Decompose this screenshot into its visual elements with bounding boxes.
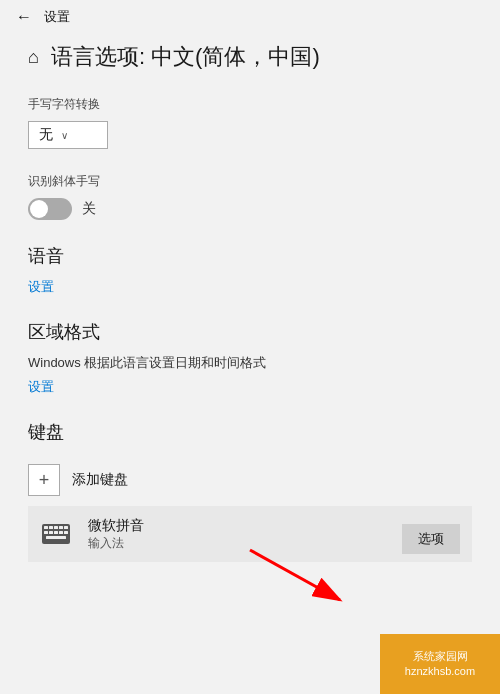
- keyboard-heading: 键盘: [28, 420, 472, 444]
- region-description: Windows 根据此语言设置日期和时间格式: [28, 354, 472, 372]
- region-section: 区域格式 Windows 根据此语言设置日期和时间格式 设置: [28, 320, 472, 396]
- keyboard-name: 微软拼音: [88, 517, 144, 535]
- handwriting-dropdown[interactable]: 无 ∨: [28, 121, 108, 149]
- watermark-line2: hznzkhsb.com: [405, 665, 475, 677]
- svg-rect-2: [49, 526, 53, 529]
- keyboard-item-icon: [38, 516, 74, 552]
- watermark-text: 系统家园网 hznzkhsb.com: [405, 649, 475, 680]
- svg-rect-1: [44, 526, 48, 529]
- options-button[interactable]: 选项: [402, 524, 460, 554]
- top-bar: ← 设置: [0, 0, 500, 34]
- svg-rect-6: [44, 531, 48, 534]
- toggle-knob: [30, 200, 48, 218]
- watermark: 系统家园网 hznzkhsb.com: [380, 634, 500, 694]
- back-button[interactable]: ←: [16, 8, 32, 26]
- plus-icon: +: [28, 464, 60, 496]
- home-icon[interactable]: ⌂: [28, 47, 39, 68]
- svg-rect-8: [54, 531, 58, 534]
- main-content: ⌂ 语言选项: 中文(简体，中国) 手写字符转换 无 ∨ 识别斜体手写 关 语音…: [0, 34, 500, 692]
- settings-title: 设置: [44, 8, 70, 26]
- cursive-toggle-state: 关: [82, 200, 96, 218]
- cursive-toggle[interactable]: [28, 198, 72, 220]
- cursive-label: 识别斜体手写: [28, 173, 472, 190]
- add-keyboard-row[interactable]: + 添加键盘: [28, 454, 472, 506]
- keyboard-item: 微软拼音 输入法 选项: [28, 506, 472, 562]
- region-heading: 区域格式: [28, 320, 472, 344]
- watermark-line1: 系统家园网: [413, 650, 468, 662]
- cursive-toggle-row: 关: [28, 198, 472, 220]
- add-keyboard-label: 添加键盘: [72, 471, 128, 489]
- keyboard-info: 微软拼音 输入法: [88, 517, 144, 552]
- svg-rect-5: [64, 526, 68, 529]
- svg-rect-4: [59, 526, 63, 529]
- svg-rect-3: [54, 526, 58, 529]
- speech-heading: 语音: [28, 244, 472, 268]
- handwriting-dropdown-value: 无: [39, 126, 53, 144]
- chevron-down-icon: ∨: [61, 130, 68, 141]
- svg-rect-10: [64, 531, 68, 534]
- keyboard-type: 输入法: [88, 535, 144, 552]
- keyboard-svg-icon: [40, 518, 72, 550]
- keyboard-section: 键盘 + 添加键盘: [28, 420, 472, 562]
- svg-rect-7: [49, 531, 53, 534]
- speech-settings-link[interactable]: 设置: [28, 278, 54, 296]
- page-header: ⌂ 语言选项: 中文(简体，中国): [28, 34, 472, 72]
- page-title: 语言选项: 中文(简体，中国): [51, 42, 320, 72]
- speech-section: 语音 设置: [28, 244, 472, 296]
- handwriting-section: 手写字符转换 无 ∨: [28, 96, 472, 149]
- svg-rect-9: [59, 531, 63, 534]
- cursive-section: 识别斜体手写 关: [28, 173, 472, 220]
- region-settings-link[interactable]: 设置: [28, 378, 54, 396]
- svg-rect-11: [46, 536, 66, 539]
- handwriting-label: 手写字符转换: [28, 96, 472, 113]
